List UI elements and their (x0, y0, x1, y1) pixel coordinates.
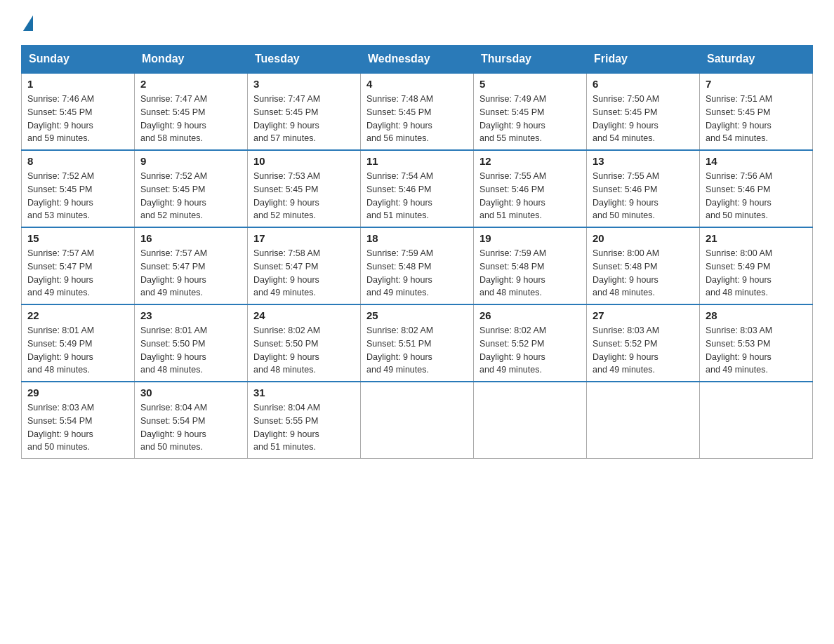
page-header (21, 14, 813, 31)
day-number: 28 (706, 309, 807, 321)
day-info: Sunrise: 8:02 AMSunset: 5:51 PMDaylight:… (366, 324, 468, 377)
calendar-cell: 30Sunrise: 8:04 AMSunset: 5:54 PMDayligh… (135, 382, 248, 459)
day-number: 26 (479, 309, 581, 321)
calendar-cell: 8Sunrise: 7:52 AMSunset: 5:45 PMDaylight… (22, 150, 135, 227)
calendar-header-tuesday: Tuesday (248, 46, 361, 74)
calendar-cell: 29Sunrise: 8:03 AMSunset: 5:54 PMDayligh… (22, 382, 135, 459)
week-row-1: 1Sunrise: 7:46 AMSunset: 5:45 PMDaylight… (22, 73, 813, 150)
calendar-cell (587, 382, 700, 459)
calendar-cell: 15Sunrise: 7:57 AMSunset: 5:47 PMDayligh… (22, 227, 135, 304)
day-info: Sunrise: 7:52 AMSunset: 5:45 PMDaylight:… (27, 170, 128, 222)
calendar-cell: 5Sunrise: 7:49 AMSunset: 5:45 PMDaylight… (474, 73, 587, 150)
calendar-cell: 21Sunrise: 8:00 AMSunset: 5:49 PMDayligh… (700, 227, 813, 304)
day-info: Sunrise: 8:01 AMSunset: 5:49 PMDaylight:… (27, 324, 128, 377)
day-number: 11 (366, 155, 468, 167)
day-info: Sunrise: 8:02 AMSunset: 5:52 PMDaylight:… (479, 324, 581, 377)
calendar-cell: 27Sunrise: 8:03 AMSunset: 5:52 PMDayligh… (587, 304, 700, 382)
calendar-cell: 12Sunrise: 7:55 AMSunset: 5:46 PMDayligh… (474, 150, 587, 227)
calendar-cell: 18Sunrise: 7:59 AMSunset: 5:48 PMDayligh… (361, 227, 474, 304)
calendar-cell: 31Sunrise: 8:04 AMSunset: 5:55 PMDayligh… (248, 382, 361, 459)
day-number: 25 (366, 309, 468, 321)
day-number: 18 (366, 232, 468, 244)
logo-triangle-icon (23, 15, 33, 31)
week-row-2: 8Sunrise: 7:52 AMSunset: 5:45 PMDaylight… (22, 150, 813, 227)
calendar-cell: 11Sunrise: 7:54 AMSunset: 5:46 PMDayligh… (361, 150, 474, 227)
calendar-cell: 17Sunrise: 7:58 AMSunset: 5:47 PMDayligh… (248, 227, 361, 304)
day-info: Sunrise: 8:03 AMSunset: 5:52 PMDaylight:… (593, 324, 694, 377)
calendar-cell: 26Sunrise: 8:02 AMSunset: 5:52 PMDayligh… (474, 304, 587, 382)
calendar-cell: 4Sunrise: 7:48 AMSunset: 5:45 PMDaylight… (361, 73, 474, 150)
calendar-cell: 1Sunrise: 7:46 AMSunset: 5:45 PMDaylight… (22, 73, 135, 150)
calendar-cell (361, 382, 474, 459)
day-info: Sunrise: 7:47 AMSunset: 5:45 PMDaylight:… (140, 93, 241, 145)
day-info: Sunrise: 7:48 AMSunset: 5:45 PMDaylight:… (366, 93, 468, 145)
day-info: Sunrise: 8:02 AMSunset: 5:50 PMDaylight:… (253, 324, 355, 377)
day-info: Sunrise: 7:51 AMSunset: 5:45 PMDaylight:… (706, 93, 807, 145)
calendar-cell: 3Sunrise: 7:47 AMSunset: 5:45 PMDaylight… (248, 73, 361, 150)
day-number: 14 (706, 155, 807, 167)
calendar-table: SundayMondayTuesdayWednesdayThursdayFrid… (21, 45, 813, 459)
calendar-cell: 2Sunrise: 7:47 AMSunset: 5:45 PMDaylight… (135, 73, 248, 150)
calendar-cell (700, 382, 813, 459)
day-info: Sunrise: 8:01 AMSunset: 5:50 PMDaylight:… (140, 324, 241, 377)
day-info: Sunrise: 8:04 AMSunset: 5:54 PMDaylight:… (140, 401, 241, 454)
calendar-header-row: SundayMondayTuesdayWednesdayThursdayFrid… (22, 46, 813, 74)
calendar-header-monday: Monday (135, 46, 248, 74)
calendar-cell (474, 382, 587, 459)
week-row-4: 22Sunrise: 8:01 AMSunset: 5:49 PMDayligh… (22, 304, 813, 382)
day-number: 15 (27, 232, 128, 244)
day-number: 30 (140, 387, 241, 398)
calendar-header-friday: Friday (587, 46, 700, 74)
day-number: 24 (253, 309, 355, 321)
calendar-cell: 6Sunrise: 7:50 AMSunset: 5:45 PMDaylight… (587, 73, 700, 150)
calendar-cell: 14Sunrise: 7:56 AMSunset: 5:46 PMDayligh… (700, 150, 813, 227)
calendar-cell: 24Sunrise: 8:02 AMSunset: 5:50 PMDayligh… (248, 304, 361, 382)
day-info: Sunrise: 7:58 AMSunset: 5:47 PMDaylight:… (253, 247, 355, 300)
day-info: Sunrise: 7:56 AMSunset: 5:46 PMDaylight:… (706, 170, 807, 222)
day-number: 27 (593, 309, 694, 321)
calendar-header-saturday: Saturday (700, 46, 813, 74)
calendar-cell: 7Sunrise: 7:51 AMSunset: 5:45 PMDaylight… (700, 73, 813, 150)
day-info: Sunrise: 7:53 AMSunset: 5:45 PMDaylight:… (253, 170, 355, 222)
day-number: 13 (593, 155, 694, 167)
calendar-header-sunday: Sunday (22, 46, 135, 74)
day-number: 16 (140, 232, 241, 244)
calendar-cell: 20Sunrise: 8:00 AMSunset: 5:48 PMDayligh… (587, 227, 700, 304)
calendar-cell: 23Sunrise: 8:01 AMSunset: 5:50 PMDayligh… (135, 304, 248, 382)
day-number: 21 (706, 232, 807, 244)
day-number: 10 (253, 155, 355, 167)
day-number: 22 (27, 309, 128, 321)
day-info: Sunrise: 7:52 AMSunset: 5:45 PMDaylight:… (140, 170, 241, 222)
day-info: Sunrise: 8:03 AMSunset: 5:54 PMDaylight:… (27, 401, 128, 454)
calendar-header-thursday: Thursday (474, 46, 587, 74)
calendar-cell: 10Sunrise: 7:53 AMSunset: 5:45 PMDayligh… (248, 150, 361, 227)
day-number: 9 (140, 155, 241, 167)
day-info: Sunrise: 8:00 AMSunset: 5:49 PMDaylight:… (706, 247, 807, 300)
day-info: Sunrise: 7:59 AMSunset: 5:48 PMDaylight:… (479, 247, 581, 300)
day-number: 12 (479, 155, 581, 167)
calendar-cell: 13Sunrise: 7:55 AMSunset: 5:46 PMDayligh… (587, 150, 700, 227)
day-info: Sunrise: 7:46 AMSunset: 5:45 PMDaylight:… (27, 93, 128, 145)
day-number: 6 (593, 78, 694, 90)
day-info: Sunrise: 7:55 AMSunset: 5:46 PMDaylight:… (593, 170, 694, 222)
calendar-cell: 28Sunrise: 8:03 AMSunset: 5:53 PMDayligh… (700, 304, 813, 382)
week-row-3: 15Sunrise: 7:57 AMSunset: 5:47 PMDayligh… (22, 227, 813, 304)
day-number: 3 (253, 78, 355, 90)
calendar-cell: 25Sunrise: 8:02 AMSunset: 5:51 PMDayligh… (361, 304, 474, 382)
calendar-cell: 16Sunrise: 7:57 AMSunset: 5:47 PMDayligh… (135, 227, 248, 304)
day-number: 20 (593, 232, 694, 244)
day-number: 17 (253, 232, 355, 244)
day-number: 1 (27, 78, 128, 90)
day-number: 19 (479, 232, 581, 244)
day-info: Sunrise: 7:59 AMSunset: 5:48 PMDaylight:… (366, 247, 468, 300)
day-number: 2 (140, 78, 241, 90)
calendar-header-wednesday: Wednesday (361, 46, 474, 74)
day-info: Sunrise: 7:49 AMSunset: 5:45 PMDaylight:… (479, 93, 581, 145)
logo (21, 14, 33, 31)
day-number: 5 (479, 78, 581, 90)
day-number: 4 (366, 78, 468, 90)
day-info: Sunrise: 7:55 AMSunset: 5:46 PMDaylight:… (479, 170, 581, 222)
day-number: 31 (253, 387, 355, 398)
calendar-cell: 19Sunrise: 7:59 AMSunset: 5:48 PMDayligh… (474, 227, 587, 304)
day-info: Sunrise: 8:03 AMSunset: 5:53 PMDaylight:… (706, 324, 807, 377)
